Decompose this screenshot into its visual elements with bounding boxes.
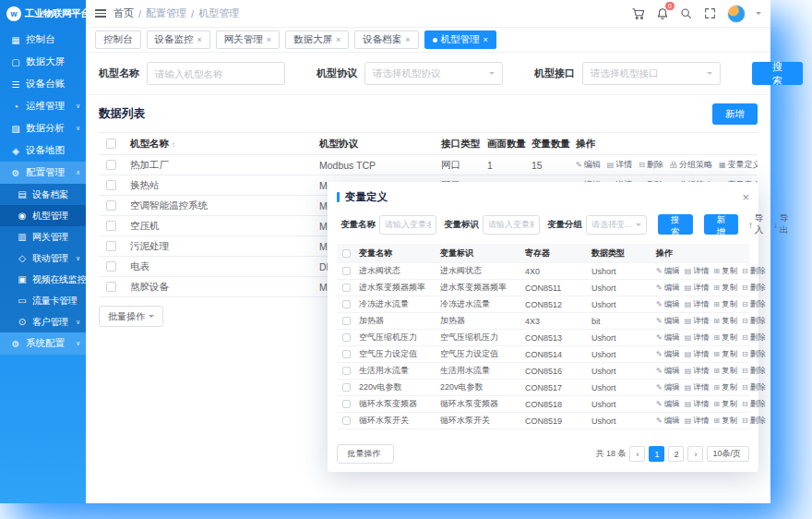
sidebar-item-console[interactable]: ▦控制台 [0,29,86,51]
sidebar-subitem-linkage-mgmt[interactable]: ◇联动管理∨ [0,247,86,269]
page-size-select[interactable]: 10条/页 [707,446,749,462]
删除-action[interactable]: ⊟删除 [742,316,766,327]
search-icon[interactable] [679,6,693,20]
详情-action[interactable]: ▤详情 [685,382,710,393]
row-checkbox[interactable] [342,267,351,275]
row-checkbox[interactable] [342,367,351,375]
row-checkbox[interactable] [106,261,116,272]
复制-action[interactable]: ⊞复制 [713,382,737,393]
变量定义-action[interactable]: ▦变量定义 [719,159,758,171]
删除-action[interactable]: ⊟删除 [742,366,766,377]
var-group-select[interactable]: 请选择变量分组 [586,215,647,235]
编辑-action[interactable]: ✎编辑 [656,332,680,344]
close-icon[interactable]: × [742,191,749,203]
复制-action[interactable]: ⊞复制 [713,349,737,360]
详情-action[interactable]: ▤详情 [685,299,710,310]
复制-action[interactable]: ⊞复制 [713,366,737,377]
复制-action[interactable]: ⊞复制 [713,316,737,327]
close-tab-icon[interactable]: × [405,35,410,44]
sidebar-item-data-analysis[interactable]: ▨数据分析∨ [0,117,86,139]
export-link[interactable]: ↓导出 [773,212,788,236]
close-tab-icon[interactable]: × [267,35,271,44]
复制-action[interactable]: ⊞复制 [713,299,737,310]
编辑-action[interactable]: ✎编辑 [576,159,601,171]
row-checkbox[interactable] [106,160,116,170]
import-link[interactable]: ↑导入 [748,212,763,236]
tab-网关管理[interactable]: 网关管理× [216,30,280,49]
row-checkbox[interactable] [106,180,116,190]
close-tab-icon[interactable]: × [197,35,202,44]
复制-action[interactable]: ⊞复制 [713,416,737,427]
删除-action[interactable]: ⊟删除 [742,382,766,393]
编辑-action[interactable]: ✎编辑 [656,366,680,377]
详情-action[interactable]: ▤详情 [685,332,710,344]
var-name-input[interactable] [379,215,436,235]
model-protocol-select[interactable]: 请选择机型协议 [364,62,503,85]
删除-action[interactable]: ⊟删除 [742,299,766,310]
详情-action[interactable]: ▤详情 [607,159,633,171]
row-checkbox[interactable] [106,241,116,251]
row-checkbox[interactable] [342,333,351,342]
sort-icon[interactable]: ↕ [172,140,175,149]
modal-search-button[interactable]: 搜索 [658,214,693,235]
编辑-action[interactable]: ✎编辑 [656,283,680,294]
编辑-action[interactable]: ✎编辑 [656,316,680,327]
user-menu-caret-icon[interactable] [756,12,761,18]
sidebar-subitem-customer[interactable]: ⊙客户管理∨ [0,311,86,332]
row-checkbox[interactable] [106,282,116,292]
删除-action[interactable]: ⊟删除 [742,266,766,277]
fullscreen-icon[interactable] [703,6,717,20]
row-checkbox[interactable] [106,200,116,211]
row-checkbox[interactable] [106,221,116,231]
复制-action[interactable]: ⊞复制 [713,332,737,344]
tab-设备档案[interactable]: 设备档案× [354,30,418,49]
breadcrumb-config[interactable]: 配置管理 [146,6,186,20]
modal-add-button[interactable]: 新增 [704,214,739,235]
add-model-button[interactable]: 新增 [712,103,758,125]
编辑-action[interactable]: ✎编辑 [656,266,680,277]
sidebar-item-data-screen[interactable]: ▢数据大屏 [0,51,86,73]
sidebar-subitem-device-archive[interactable]: ▤设备档案 [0,184,86,205]
prev-page-button[interactable]: ‹ [629,446,645,462]
删除-action[interactable]: ⊟删除 [742,416,766,427]
close-tab-icon[interactable]: × [484,35,488,44]
row-checkbox[interactable] [342,416,351,425]
复制-action[interactable]: ⊞复制 [713,399,737,410]
编辑-action[interactable]: ✎编辑 [656,349,680,360]
sidebar-subitem-video-monitor[interactable]: ▣视频在线监控 [0,269,86,290]
sidebar-subitem-sim-card[interactable]: ▭流量卡管理 [0,290,86,311]
page-button-1[interactable]: 1 [649,446,664,462]
详情-action[interactable]: ▤详情 [685,366,710,377]
row-checkbox[interactable] [342,350,351,358]
分组策略-action[interactable]: 品分组策略 [670,159,712,171]
modal-batch-actions-button[interactable]: 批量操作 [337,444,394,464]
page-button-2[interactable]: 2 [668,446,684,462]
删除-action[interactable]: ⊟删除 [742,399,766,410]
详情-action[interactable]: ▤详情 [685,399,710,410]
编辑-action[interactable]: ✎编辑 [656,382,680,393]
row-checkbox[interactable] [342,383,351,392]
删除-action[interactable]: ⊟删除 [639,159,663,171]
tab-控制台[interactable]: 控制台 [95,30,141,49]
详情-action[interactable]: ▤详情 [685,316,710,327]
编辑-action[interactable]: ✎编辑 [656,416,680,427]
详情-action[interactable]: ▤详情 [685,416,710,427]
sidebar-item-maintenance[interactable]: ◔运维管理∨ [0,95,86,117]
breadcrumb-home[interactable]: 首页 [113,6,134,20]
model-interface-select[interactable]: 请选择机型接口 [582,62,721,85]
sidebar-subitem-gateway-mgmt[interactable]: ▥网关管理 [0,226,86,247]
复制-action[interactable]: ⊞复制 [713,283,737,294]
编辑-action[interactable]: ✎编辑 [656,399,680,410]
cart-icon[interactable] [631,6,645,20]
row-checkbox[interactable] [342,400,351,408]
row-checkbox[interactable] [342,284,351,292]
notification-bell-icon[interactable]: 0 [655,6,669,20]
var-key-input[interactable] [483,215,540,235]
modal-select-all-checkbox[interactable] [342,249,351,258]
tab-机型管理[interactable]: 机型管理× [424,30,496,49]
删除-action[interactable]: ⊟删除 [742,332,766,344]
row-checkbox[interactable] [342,300,351,308]
删除-action[interactable]: ⊟删除 [742,283,766,294]
删除-action[interactable]: ⊟删除 [742,349,766,360]
row-checkbox[interactable] [342,317,351,325]
